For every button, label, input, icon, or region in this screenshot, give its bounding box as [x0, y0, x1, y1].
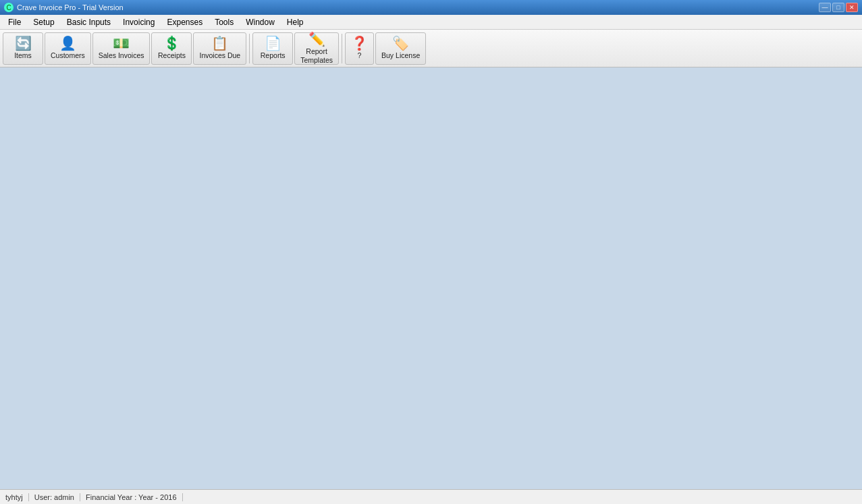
- status-bar: tyhtyj User: admin Financial Year : Year…: [0, 489, 862, 504]
- maximize-button[interactable]: □: [832, 3, 844, 12]
- reports-label: Reports: [261, 51, 286, 60]
- items-button[interactable]: 🔄 Items: [3, 32, 43, 65]
- main-content: [0, 67, 862, 489]
- invoices-due-button[interactable]: 📋 Invoices Due: [193, 32, 246, 65]
- menu-setup[interactable]: Setup: [28, 16, 59, 28]
- menu-invoicing[interactable]: Invoicing: [117, 16, 160, 28]
- sales-invoices-button[interactable]: 💵 Sales Invoices: [92, 32, 151, 65]
- reports-button[interactable]: 📄 Reports: [252, 32, 293, 65]
- minimize-button[interactable]: —: [819, 3, 831, 12]
- title-bar-controls[interactable]: — □ ✕: [819, 3, 858, 12]
- menu-expenses[interactable]: Expenses: [161, 16, 208, 28]
- items-label: Items: [14, 51, 32, 60]
- invoices-due-icon: 📋: [211, 36, 228, 50]
- invoices-due-label: Invoices Due: [199, 51, 240, 60]
- close-button[interactable]: ✕: [846, 3, 858, 12]
- menu-window[interactable]: Window: [240, 16, 280, 28]
- title-bar-left: C Crave Invoice Pro - Trial Version: [4, 3, 124, 12]
- status-username: tyhtyj: [5, 493, 29, 501]
- status-financial-year: Financial Year : Year - 2016: [80, 493, 183, 501]
- report-templates-button[interactable]: ✏️ ReportTemplates: [294, 32, 339, 65]
- receipts-label: Receipts: [158, 51, 186, 60]
- status-user-label: User: admin: [29, 493, 80, 501]
- report-templates-icon: ✏️: [308, 32, 325, 46]
- receipts-icon: 💲: [163, 36, 180, 50]
- menu-bar: File Setup Basic Inputs Invoicing Expens…: [0, 15, 862, 30]
- menu-file[interactable]: File: [3, 16, 26, 28]
- toolbar-separator-1: [249, 34, 250, 63]
- help-icon: ❓: [351, 36, 368, 50]
- buy-license-icon: 🏷️: [392, 36, 409, 50]
- app-icon: C: [4, 3, 14, 12]
- menu-tools[interactable]: Tools: [209, 16, 239, 28]
- report-templates-label: ReportTemplates: [300, 47, 333, 64]
- help-label: ?: [358, 51, 362, 60]
- customers-button[interactable]: 👤 Customers: [45, 32, 91, 65]
- reports-icon: 📄: [265, 36, 281, 50]
- customers-label: Customers: [51, 51, 85, 60]
- receipts-button[interactable]: 💲 Receipts: [151, 32, 192, 65]
- sales-icon: 💵: [113, 36, 130, 50]
- items-icon: 🔄: [15, 36, 32, 50]
- sales-invoices-label: Sales Invoices: [99, 51, 144, 60]
- menu-basic-inputs[interactable]: Basic Inputs: [61, 16, 116, 28]
- toolbar-separator-2: [342, 34, 342, 63]
- title-bar: C Crave Invoice Pro - Trial Version — □ …: [0, 0, 862, 15]
- title-bar-title: Crave Invoice Pro - Trial Version: [17, 3, 124, 11]
- buy-license-label: Buy License: [381, 51, 420, 60]
- menu-help[interactable]: Help: [281, 16, 309, 28]
- toolbar: 🔄 Items 👤 Customers 💵 Sales Invoices 💲 R…: [0, 30, 862, 67]
- help-button[interactable]: ❓ ?: [345, 32, 374, 65]
- customers-icon: 👤: [59, 36, 76, 50]
- buy-license-button[interactable]: 🏷️ Buy License: [375, 32, 426, 65]
